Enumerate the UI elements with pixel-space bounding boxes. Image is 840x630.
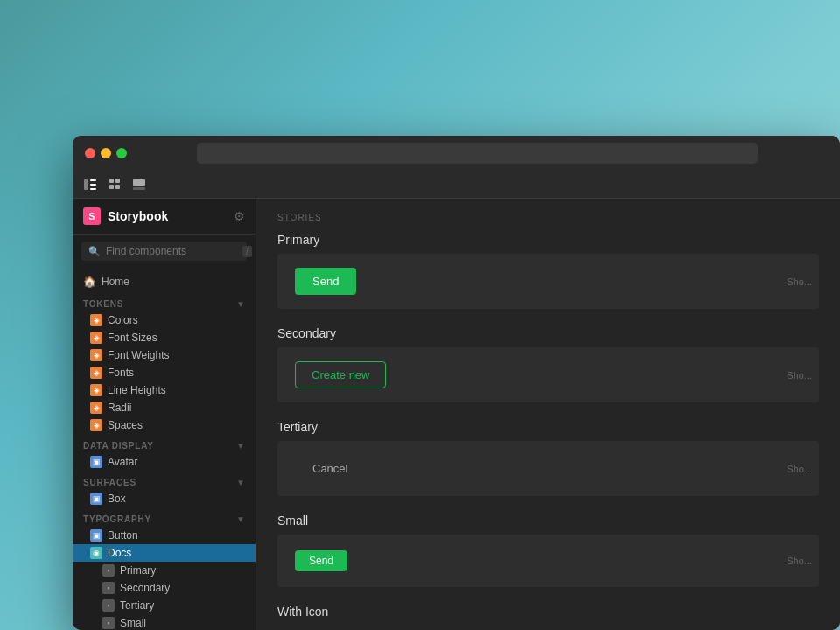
sidebar-item-font-weights[interactable]: ◈ Font Weights bbox=[73, 346, 256, 364]
tertiary-cancel-button[interactable]: Cancel bbox=[295, 455, 365, 482]
stories-label: STORIES bbox=[277, 213, 819, 222]
item-label: Line Heights bbox=[108, 384, 166, 396]
secondary-show-code[interactable]: Sho... bbox=[787, 370, 812, 381]
surfaces-section[interactable]: SURFACES ▼ bbox=[73, 471, 256, 490]
secondary-story-preview: Create new Sho... bbox=[277, 347, 819, 402]
search-bar[interactable]: 🔍 / bbox=[81, 242, 247, 261]
sidebar-header: S Storybook ⚙ bbox=[73, 199, 256, 234]
sidebar-item-small[interactable]: ◦ Small bbox=[73, 614, 256, 630]
docs-icon: ◉ bbox=[90, 547, 102, 559]
item-label: Box bbox=[108, 493, 126, 505]
sidebar-item-primary[interactable]: ◦ Primary bbox=[73, 562, 256, 579]
small-story-preview: Send Sho... bbox=[277, 535, 819, 587]
spaces-icon: ◈ bbox=[90, 419, 102, 431]
minimize-button[interactable] bbox=[101, 148, 111, 158]
item-label: Docs bbox=[108, 547, 131, 559]
secondary-story-section: Secondary Create new Sho... bbox=[277, 326, 819, 402]
sidebar-item-secondary[interactable]: ◦ Secondary bbox=[73, 579, 256, 597]
app-logo: S Storybook bbox=[83, 207, 168, 225]
item-label: Secondary bbox=[120, 582, 170, 594]
data-display-section[interactable]: DATA DISPLAY ▼ bbox=[73, 434, 256, 453]
search-input[interactable] bbox=[106, 245, 237, 257]
close-button[interactable] bbox=[85, 148, 95, 158]
primary-show-code[interactable]: Sho... bbox=[787, 276, 812, 287]
traffic-lights bbox=[85, 148, 127, 158]
app-window: S Storybook ⚙ 🔍 / 🏠 Home TOKENS ▼ bbox=[73, 136, 840, 630]
primary-story-section: Primary Send Sho... bbox=[277, 233, 819, 309]
with-icon-story-section: With Icon bbox=[277, 605, 819, 619]
fonts-icon: ◈ bbox=[90, 367, 102, 379]
avatar-icon: ▣ bbox=[90, 456, 102, 468]
sidebar-item-avatar[interactable]: ▣ Avatar bbox=[73, 453, 256, 471]
small-send-button[interactable]: Send bbox=[295, 550, 347, 571]
item-label: Tertiary bbox=[120, 599, 154, 612]
small-story-section: Small Send Sho... bbox=[277, 514, 819, 587]
sidebar-item-box[interactable]: ▣ Box bbox=[73, 490, 256, 508]
sidebar-item-tertiary[interactable]: ◦ Tertiary bbox=[73, 597, 256, 614]
tertiary-story-title: Tertiary bbox=[277, 420, 819, 434]
home-label: Home bbox=[102, 276, 130, 288]
panel-toggle-icon[interactable] bbox=[129, 174, 150, 195]
primary-story-title: Primary bbox=[277, 233, 819, 247]
surfaces-label: SURFACES bbox=[83, 478, 136, 487]
tokens-section[interactable]: TOKENS ▼ bbox=[73, 292, 256, 312]
svg-rect-9 bbox=[133, 187, 145, 190]
typography-arrow-icon: ▼ bbox=[236, 514, 245, 524]
small-story-icon: ◦ bbox=[102, 617, 115, 629]
surfaces-arrow-icon: ▼ bbox=[236, 478, 245, 487]
radii-icon: ◈ bbox=[90, 402, 102, 414]
svg-rect-8 bbox=[133, 179, 145, 186]
tertiary-story-preview: Cancel Sho... bbox=[277, 441, 819, 496]
font-sizes-icon: ◈ bbox=[90, 332, 102, 344]
item-label: Font Weights bbox=[108, 349, 169, 361]
svg-rect-2 bbox=[90, 184, 96, 186]
sidebar-item-line-heights[interactable]: ◈ Line Heights bbox=[73, 382, 256, 399]
typography-section[interactable]: TYPOGRAPHY ▼ bbox=[73, 508, 256, 527]
box-icon: ▣ bbox=[90, 493, 102, 505]
item-label: Small bbox=[120, 617, 146, 629]
sidebar-item-radii[interactable]: ◈ Radii bbox=[73, 399, 256, 416]
storybook-logo-icon: S bbox=[83, 207, 101, 225]
sidebar-item-button[interactable]: ▣ Button bbox=[73, 527, 256, 544]
main-content: STORIES Primary Send Sho... Secondary Cr… bbox=[256, 199, 840, 630]
maximize-button[interactable] bbox=[116, 148, 127, 158]
item-label: Colors bbox=[108, 314, 138, 326]
sidebar-item-fonts[interactable]: ◈ Fonts bbox=[73, 364, 256, 382]
with-icon-story-title: With Icon bbox=[277, 605, 819, 619]
tokens-label: TOKENS bbox=[83, 299, 123, 309]
svg-rect-1 bbox=[90, 179, 96, 181]
sidebar: S Storybook ⚙ 🔍 / 🏠 Home TOKENS ▼ bbox=[73, 199, 256, 630]
secondary-create-button[interactable]: Create new bbox=[295, 361, 386, 388]
item-label: Spaces bbox=[108, 419, 143, 431]
url-bar[interactable] bbox=[197, 143, 758, 164]
tertiary-show-code[interactable]: Sho... bbox=[787, 464, 812, 474]
svg-rect-0 bbox=[84, 179, 88, 190]
settings-icon[interactable]: ⚙ bbox=[234, 209, 245, 223]
line-heights-icon: ◈ bbox=[90, 384, 102, 396]
item-label: Radii bbox=[108, 402, 131, 414]
item-label: Avatar bbox=[108, 456, 137, 468]
grid-view-icon[interactable] bbox=[104, 174, 125, 195]
sidebar-item-font-sizes[interactable]: ◈ Font Sizes bbox=[73, 329, 256, 346]
small-show-code[interactable]: Sho... bbox=[787, 556, 812, 566]
data-display-label: DATA DISPLAY bbox=[83, 441, 154, 451]
tertiary-story-section: Tertiary Cancel Sho... bbox=[277, 420, 819, 496]
item-label: Font Sizes bbox=[108, 332, 158, 344]
home-icon: 🏠 bbox=[83, 276, 96, 288]
home-item[interactable]: 🏠 Home bbox=[73, 271, 256, 292]
sidebar-item-docs[interactable]: ◉ Docs bbox=[73, 544, 256, 562]
sidebar-item-spaces[interactable]: ◈ Spaces bbox=[73, 416, 256, 434]
svg-rect-7 bbox=[116, 185, 120, 189]
font-weights-icon: ◈ bbox=[90, 349, 102, 361]
colors-icon: ◈ bbox=[90, 314, 102, 326]
small-story-title: Small bbox=[277, 514, 819, 528]
sidebar-toggle-icon[interactable] bbox=[80, 174, 101, 195]
svg-rect-6 bbox=[109, 185, 114, 189]
sidebar-item-colors[interactable]: ◈ Colors bbox=[73, 312, 256, 329]
svg-rect-5 bbox=[116, 178, 120, 183]
primary-send-button[interactable]: Send bbox=[295, 268, 356, 295]
sidebar-nav: 🏠 Home TOKENS ▼ ◈ Colors ◈ Font Sizes bbox=[73, 268, 256, 630]
svg-rect-3 bbox=[90, 188, 96, 190]
svg-rect-4 bbox=[109, 178, 114, 183]
item-label: Fonts bbox=[108, 367, 134, 379]
